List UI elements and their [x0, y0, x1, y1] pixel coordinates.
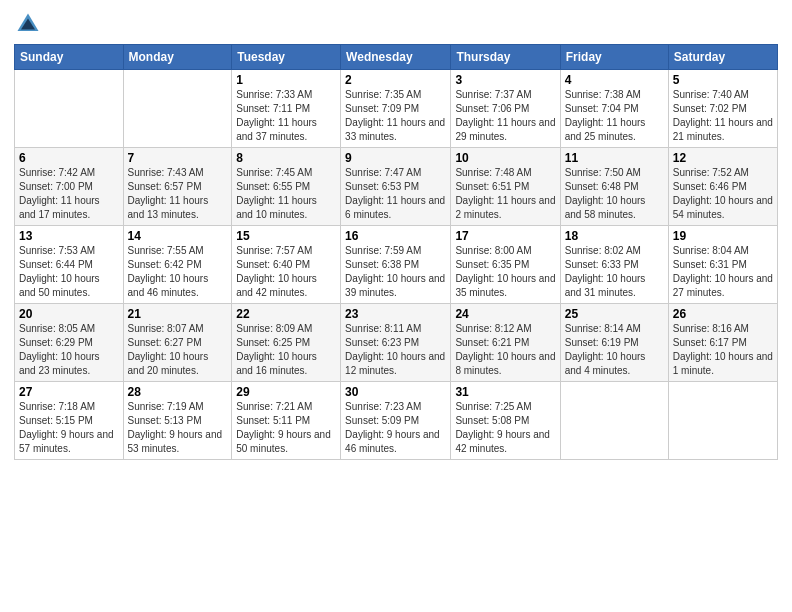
- day-number: 6: [19, 151, 119, 165]
- day-number: 9: [345, 151, 446, 165]
- day-number: 17: [455, 229, 555, 243]
- weekday-header: Tuesday: [232, 45, 341, 70]
- day-number: 26: [673, 307, 773, 321]
- day-info: Sunrise: 7:50 AM Sunset: 6:48 PM Dayligh…: [565, 166, 664, 222]
- calendar-cell: 19Sunrise: 8:04 AM Sunset: 6:31 PM Dayli…: [668, 226, 777, 304]
- calendar-cell: 5Sunrise: 7:40 AM Sunset: 7:02 PM Daylig…: [668, 70, 777, 148]
- logo-icon: [14, 10, 42, 38]
- day-number: 11: [565, 151, 664, 165]
- day-number: 2: [345, 73, 446, 87]
- day-info: Sunrise: 7:18 AM Sunset: 5:15 PM Dayligh…: [19, 400, 119, 456]
- day-number: 31: [455, 385, 555, 399]
- calendar-cell: 14Sunrise: 7:55 AM Sunset: 6:42 PM Dayli…: [123, 226, 232, 304]
- calendar-cell: 20Sunrise: 8:05 AM Sunset: 6:29 PM Dayli…: [15, 304, 124, 382]
- calendar-cell: 1Sunrise: 7:33 AM Sunset: 7:11 PM Daylig…: [232, 70, 341, 148]
- weekday-header: Sunday: [15, 45, 124, 70]
- calendar-cell: 2Sunrise: 7:35 AM Sunset: 7:09 PM Daylig…: [341, 70, 451, 148]
- day-info: Sunrise: 7:47 AM Sunset: 6:53 PM Dayligh…: [345, 166, 446, 222]
- day-number: 29: [236, 385, 336, 399]
- day-info: Sunrise: 7:55 AM Sunset: 6:42 PM Dayligh…: [128, 244, 228, 300]
- calendar-cell: 10Sunrise: 7:48 AM Sunset: 6:51 PM Dayli…: [451, 148, 560, 226]
- day-info: Sunrise: 7:59 AM Sunset: 6:38 PM Dayligh…: [345, 244, 446, 300]
- day-number: 16: [345, 229, 446, 243]
- day-info: Sunrise: 7:52 AM Sunset: 6:46 PM Dayligh…: [673, 166, 773, 222]
- page-container: SundayMondayTuesdayWednesdayThursdayFrid…: [0, 0, 792, 470]
- calendar-cell: 25Sunrise: 8:14 AM Sunset: 6:19 PM Dayli…: [560, 304, 668, 382]
- calendar-week-row: 1Sunrise: 7:33 AM Sunset: 7:11 PM Daylig…: [15, 70, 778, 148]
- calendar-cell: 12Sunrise: 7:52 AM Sunset: 6:46 PM Dayli…: [668, 148, 777, 226]
- day-info: Sunrise: 7:57 AM Sunset: 6:40 PM Dayligh…: [236, 244, 336, 300]
- calendar-cell: 26Sunrise: 8:16 AM Sunset: 6:17 PM Dayli…: [668, 304, 777, 382]
- day-number: 15: [236, 229, 336, 243]
- day-info: Sunrise: 8:00 AM Sunset: 6:35 PM Dayligh…: [455, 244, 555, 300]
- calendar-cell: [560, 382, 668, 460]
- calendar-cell: [15, 70, 124, 148]
- day-number: 5: [673, 73, 773, 87]
- calendar-cell: 6Sunrise: 7:42 AM Sunset: 7:00 PM Daylig…: [15, 148, 124, 226]
- day-number: 14: [128, 229, 228, 243]
- calendar-cell: 31Sunrise: 7:25 AM Sunset: 5:08 PM Dayli…: [451, 382, 560, 460]
- day-number: 22: [236, 307, 336, 321]
- day-info: Sunrise: 7:43 AM Sunset: 6:57 PM Dayligh…: [128, 166, 228, 222]
- calendar-cell: 29Sunrise: 7:21 AM Sunset: 5:11 PM Dayli…: [232, 382, 341, 460]
- day-info: Sunrise: 7:38 AM Sunset: 7:04 PM Dayligh…: [565, 88, 664, 144]
- day-info: Sunrise: 7:53 AM Sunset: 6:44 PM Dayligh…: [19, 244, 119, 300]
- day-info: Sunrise: 7:23 AM Sunset: 5:09 PM Dayligh…: [345, 400, 446, 456]
- day-info: Sunrise: 7:33 AM Sunset: 7:11 PM Dayligh…: [236, 88, 336, 144]
- calendar-body: 1Sunrise: 7:33 AM Sunset: 7:11 PM Daylig…: [15, 70, 778, 460]
- day-info: Sunrise: 8:04 AM Sunset: 6:31 PM Dayligh…: [673, 244, 773, 300]
- logo: [14, 10, 44, 38]
- weekday-row: SundayMondayTuesdayWednesdayThursdayFrid…: [15, 45, 778, 70]
- calendar-cell: 8Sunrise: 7:45 AM Sunset: 6:55 PM Daylig…: [232, 148, 341, 226]
- day-info: Sunrise: 8:09 AM Sunset: 6:25 PM Dayligh…: [236, 322, 336, 378]
- day-number: 20: [19, 307, 119, 321]
- page-header: [14, 10, 778, 38]
- calendar-table: SundayMondayTuesdayWednesdayThursdayFrid…: [14, 44, 778, 460]
- day-number: 19: [673, 229, 773, 243]
- day-number: 27: [19, 385, 119, 399]
- day-number: 18: [565, 229, 664, 243]
- day-number: 3: [455, 73, 555, 87]
- day-number: 30: [345, 385, 446, 399]
- calendar-cell: 22Sunrise: 8:09 AM Sunset: 6:25 PM Dayli…: [232, 304, 341, 382]
- calendar-cell: 7Sunrise: 7:43 AM Sunset: 6:57 PM Daylig…: [123, 148, 232, 226]
- day-info: Sunrise: 8:05 AM Sunset: 6:29 PM Dayligh…: [19, 322, 119, 378]
- day-info: Sunrise: 7:37 AM Sunset: 7:06 PM Dayligh…: [455, 88, 555, 144]
- day-number: 21: [128, 307, 228, 321]
- day-number: 1: [236, 73, 336, 87]
- calendar-cell: 13Sunrise: 7:53 AM Sunset: 6:44 PM Dayli…: [15, 226, 124, 304]
- calendar-cell: 4Sunrise: 7:38 AM Sunset: 7:04 PM Daylig…: [560, 70, 668, 148]
- calendar-week-row: 20Sunrise: 8:05 AM Sunset: 6:29 PM Dayli…: [15, 304, 778, 382]
- weekday-header: Friday: [560, 45, 668, 70]
- day-number: 10: [455, 151, 555, 165]
- day-info: Sunrise: 7:21 AM Sunset: 5:11 PM Dayligh…: [236, 400, 336, 456]
- calendar-cell: 24Sunrise: 8:12 AM Sunset: 6:21 PM Dayli…: [451, 304, 560, 382]
- calendar-cell: [123, 70, 232, 148]
- day-info: Sunrise: 8:16 AM Sunset: 6:17 PM Dayligh…: [673, 322, 773, 378]
- day-info: Sunrise: 7:19 AM Sunset: 5:13 PM Dayligh…: [128, 400, 228, 456]
- day-info: Sunrise: 7:40 AM Sunset: 7:02 PM Dayligh…: [673, 88, 773, 144]
- day-number: 8: [236, 151, 336, 165]
- day-info: Sunrise: 8:11 AM Sunset: 6:23 PM Dayligh…: [345, 322, 446, 378]
- day-info: Sunrise: 7:42 AM Sunset: 7:00 PM Dayligh…: [19, 166, 119, 222]
- day-info: Sunrise: 7:25 AM Sunset: 5:08 PM Dayligh…: [455, 400, 555, 456]
- day-info: Sunrise: 8:12 AM Sunset: 6:21 PM Dayligh…: [455, 322, 555, 378]
- weekday-header: Saturday: [668, 45, 777, 70]
- calendar-cell: 21Sunrise: 8:07 AM Sunset: 6:27 PM Dayli…: [123, 304, 232, 382]
- calendar-cell: 15Sunrise: 7:57 AM Sunset: 6:40 PM Dayli…: [232, 226, 341, 304]
- day-number: 24: [455, 307, 555, 321]
- calendar-cell: 18Sunrise: 8:02 AM Sunset: 6:33 PM Dayli…: [560, 226, 668, 304]
- weekday-header: Wednesday: [341, 45, 451, 70]
- calendar-cell: 17Sunrise: 8:00 AM Sunset: 6:35 PM Dayli…: [451, 226, 560, 304]
- calendar-header: SundayMondayTuesdayWednesdayThursdayFrid…: [15, 45, 778, 70]
- day-info: Sunrise: 8:14 AM Sunset: 6:19 PM Dayligh…: [565, 322, 664, 378]
- calendar-week-row: 13Sunrise: 7:53 AM Sunset: 6:44 PM Dayli…: [15, 226, 778, 304]
- weekday-header: Monday: [123, 45, 232, 70]
- calendar-week-row: 6Sunrise: 7:42 AM Sunset: 7:00 PM Daylig…: [15, 148, 778, 226]
- calendar-cell: 30Sunrise: 7:23 AM Sunset: 5:09 PM Dayli…: [341, 382, 451, 460]
- calendar-cell: 11Sunrise: 7:50 AM Sunset: 6:48 PM Dayli…: [560, 148, 668, 226]
- calendar-cell: 16Sunrise: 7:59 AM Sunset: 6:38 PM Dayli…: [341, 226, 451, 304]
- day-info: Sunrise: 7:45 AM Sunset: 6:55 PM Dayligh…: [236, 166, 336, 222]
- day-number: 12: [673, 151, 773, 165]
- day-info: Sunrise: 7:35 AM Sunset: 7:09 PM Dayligh…: [345, 88, 446, 144]
